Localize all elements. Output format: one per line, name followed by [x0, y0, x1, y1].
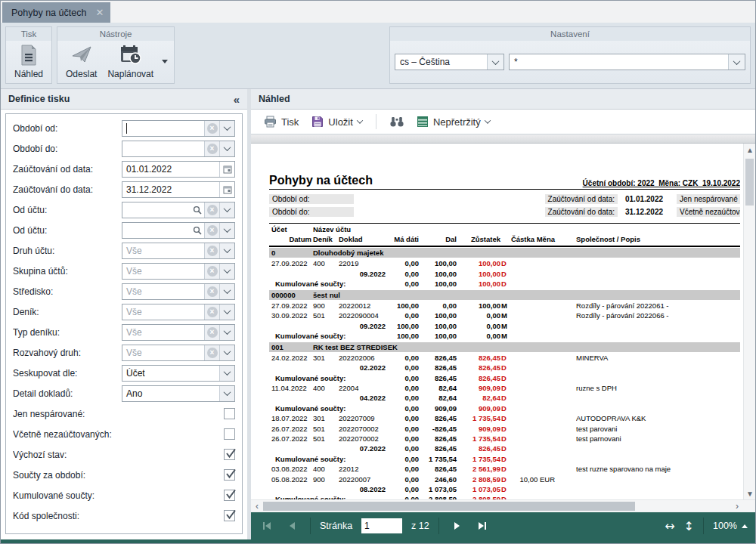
chevron-down-icon[interactable]: [219, 141, 234, 156]
search-in-preview-button[interactable]: [386, 113, 407, 130]
cell-dal: 826,45: [419, 444, 457, 453]
calendar-icon[interactable]: [219, 162, 234, 177]
chevron-down-icon[interactable]: [219, 345, 234, 360]
chevron-down-icon[interactable]: [219, 264, 234, 279]
field-row: Zaúčtování od data:01.01.2022: [6, 159, 242, 179]
field-value[interactable]: Vše: [122, 266, 204, 277]
chevron-down-icon[interactable]: [219, 202, 234, 218]
zoom-control[interactable]: 100%: [713, 521, 748, 531]
chevron-down-icon[interactable]: [219, 325, 234, 340]
clear-icon[interactable]: ×: [204, 325, 219, 340]
search-icon[interactable]: [191, 226, 204, 235]
preview-button[interactable]: Náhled: [9, 42, 48, 81]
cell-cum: Kumulované součty:: [269, 331, 386, 341]
cell-doklad: 20220007: [339, 474, 386, 484]
checkbox[interactable]: [224, 510, 235, 521]
field-value[interactable]: [122, 122, 204, 134]
chevron-down-icon[interactable]: [219, 284, 234, 299]
chevron-down-icon[interactable]: [219, 223, 234, 238]
cell-doklad: 20220012: [339, 301, 386, 311]
tab-pohyby-na-uctech[interactable]: Pohyby na účtech ✕: [2, 2, 110, 23]
schedule-button[interactable]: Naplánovat: [102, 42, 159, 81]
search-icon[interactable]: [191, 206, 204, 215]
preview-header: Náhled: [251, 89, 755, 110]
fit-width-icon[interactable]: ↔: [665, 519, 674, 533]
clear-icon[interactable]: ×: [204, 345, 219, 360]
last-page-button[interactable]: [474, 518, 491, 534]
field-value[interactable]: 01.01.2022: [122, 164, 219, 175]
print-definition-body-wrap: Období od:×Období do:×Zaúčtování od data…: [1, 110, 247, 539]
scroll-left-icon[interactable]: ‹: [251, 500, 263, 512]
report-row: 09.20220,00100,00100,00D: [269, 269, 740, 279]
checkbox[interactable]: [224, 469, 235, 481]
save-button[interactable]: Uložit: [308, 113, 366, 130]
field-value[interactable]: Vše: [122, 286, 204, 297]
cell-dal: 909,09: [419, 403, 457, 413]
cell-zs: 826,45: [457, 353, 500, 363]
cell-zs: 100,00: [457, 279, 500, 289]
clear-icon[interactable]: ×: [204, 202, 219, 218]
chevron-down-icon[interactable]: [219, 243, 234, 258]
print-button[interactable]: Tisk: [260, 113, 302, 130]
chevron-down-icon[interactable]: [219, 304, 234, 320]
continuous-view-button[interactable]: Nepřetržitý: [413, 113, 494, 130]
print-definition-title: Definice tisku: [8, 94, 70, 104]
fit-height-icon[interactable]: ↕: [684, 519, 694, 533]
field-label: Seskupovat dle:: [13, 368, 122, 379]
checkbox[interactable]: [224, 449, 235, 460]
language-select[interactable]: cs – Čeština: [395, 54, 504, 70]
chevron-down-icon: [484, 117, 490, 123]
scroll-up-icon[interactable]: ▲: [744, 144, 755, 156]
clear-icon[interactable]: ×: [204, 264, 219, 279]
group-caption-tisk: Tisk: [6, 27, 51, 41]
cell-popis: test parnovani: [576, 434, 740, 444]
field-value[interactable]: 31.12.2022: [122, 184, 219, 195]
page-number-input[interactable]: [361, 518, 402, 533]
chevron-down-icon[interactable]: [219, 386, 234, 401]
horizontal-scrollbar[interactable]: ‹ ›: [251, 499, 755, 512]
chevron-down-icon[interactable]: [219, 366, 234, 381]
continuous-button-label: Nepřetržitý: [433, 116, 481, 128]
field-row: Od účtu:×: [6, 220, 242, 240]
chevron-down-icon[interactable]: [219, 121, 234, 136]
checkbox[interactable]: [224, 428, 235, 440]
scroll-right-icon[interactable]: ›: [731, 500, 743, 512]
collapse-panel-icon[interactable]: «: [234, 93, 240, 106]
vertical-scrollbar[interactable]: ▲ ▼: [743, 144, 755, 499]
cell-zs: 100,00: [457, 258, 500, 268]
field-value[interactable]: Ano: [122, 388, 219, 399]
report-filter-select[interactable]: *: [509, 54, 745, 70]
calendar-icon[interactable]: [219, 182, 234, 197]
cell-zs: 1 735,54: [457, 434, 500, 444]
next-page-button[interactable]: [448, 518, 465, 534]
print-definition-fields: Období od:×Období do:×Zaúčtování od data…: [5, 113, 243, 534]
cell-dal: 1 073,05: [419, 484, 457, 494]
field-value[interactable]: Vše: [122, 348, 204, 358]
send-button[interactable]: Odeslat: [60, 42, 102, 81]
clear-icon[interactable]: ×: [204, 223, 219, 238]
close-icon[interactable]: ✕: [95, 8, 104, 17]
clear-icon[interactable]: ×: [204, 304, 219, 320]
field-value[interactable]: Účet: [122, 368, 219, 379]
field-value[interactable]: Vše: [122, 246, 204, 256]
chevron-down-icon[interactable]: [487, 54, 503, 70]
clear-icon[interactable]: ×: [204, 243, 219, 258]
last-page-icon: [477, 521, 488, 531]
cell-dal: 100,00: [419, 311, 457, 320]
chevron-down-icon[interactable]: [728, 54, 745, 70]
previous-page-button[interactable]: [284, 518, 301, 534]
clear-icon[interactable]: ×: [204, 284, 219, 299]
first-page-button[interactable]: [259, 518, 275, 534]
field-row: Včetně nezaúčtovaných:: [6, 424, 242, 444]
report-row: Kumulované součty:100,00100,000,00M: [269, 331, 740, 341]
horizontal-scroll-thumb[interactable]: [263, 502, 635, 511]
field-value[interactable]: Vše: [122, 307, 204, 317]
field-value[interactable]: Vše: [122, 327, 204, 338]
schedule-dropdown-icon[interactable]: [162, 60, 168, 63]
scroll-down-icon[interactable]: ▼: [744, 487, 755, 499]
checkbox[interactable]: [224, 408, 235, 419]
vertical-scroll-thumb[interactable]: [745, 159, 754, 206]
checkbox[interactable]: [224, 490, 235, 501]
clear-icon[interactable]: ×: [204, 141, 219, 156]
clear-icon[interactable]: ×: [204, 121, 219, 136]
